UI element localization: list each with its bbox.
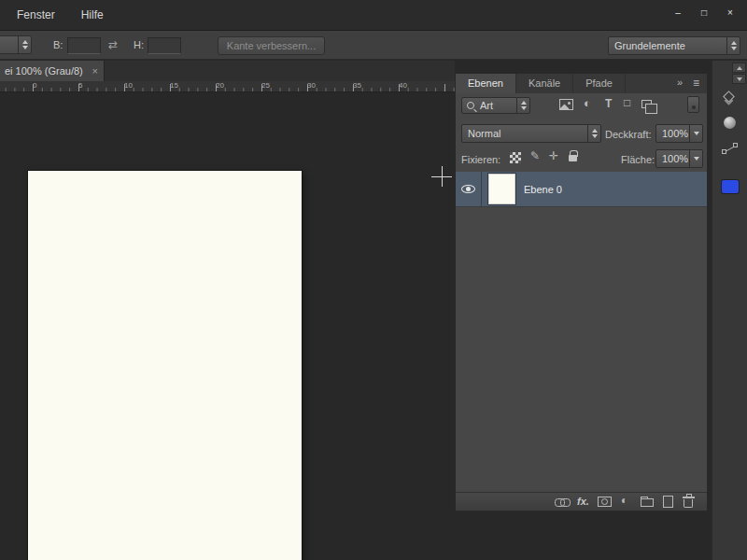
filter-adjustment-icon[interactable]: ◐	[584, 96, 591, 110]
select-arrows-icon	[587, 125, 600, 142]
tab-ebenen[interactable]: Ebenen	[456, 74, 516, 93]
width-field[interactable]	[67, 37, 101, 54]
select-arrows-icon	[18, 36, 31, 53]
menubar: Fenster Hilfe – □ ×	[0, 0, 747, 31]
visibility-toggle[interactable]	[456, 172, 482, 206]
maximize-button[interactable]: □	[693, 5, 715, 20]
new-group-icon[interactable]	[641, 498, 654, 507]
adjustment-layer-icon[interactable]: ◐	[621, 494, 627, 507]
opacity-select[interactable]: 100%	[655, 124, 703, 143]
select-arrows-icon	[516, 98, 529, 113]
add-mask-icon[interactable]	[598, 497, 612, 507]
ruler-label: 30	[307, 81, 316, 90]
fill-select[interactable]: 100%	[655, 149, 703, 168]
ruler-label: 20	[216, 81, 224, 90]
color-dock-icon[interactable]	[724, 117, 736, 129]
layers-dock-icon[interactable]	[723, 91, 735, 103]
ruler-label: 5	[78, 81, 82, 90]
tab-close-icon[interactable]: ×	[87, 65, 104, 77]
height-field[interactable]	[148, 37, 181, 54]
dropdown-arrow-icon	[689, 150, 702, 167]
ruler-label: 40	[399, 81, 407, 90]
document-tab[interactable]: ei 100% (Grau/8) ×	[0, 61, 105, 81]
blue-color-swatch[interactable]	[722, 180, 739, 193]
window-controls: – □ ×	[667, 5, 741, 20]
filter-pixel-layers-icon[interactable]	[559, 99, 573, 110]
blend-mode-select[interactable]: Normal	[461, 124, 601, 143]
dropdown-arrow-icon	[689, 125, 702, 142]
panel-dock	[712, 61, 747, 560]
paths-dock-icon[interactable]	[722, 143, 738, 155]
filter-shape-icon[interactable]: □	[624, 96, 630, 109]
ruler-label: 0	[33, 81, 36, 90]
select-arrows-icon	[726, 37, 740, 54]
swap-dimensions-icon[interactable]: ⇄	[108, 38, 118, 51]
lock-all-icon[interactable]	[569, 155, 577, 161]
workspace-select[interactable]: Grundelemente	[608, 36, 740, 55]
toolbar-partial-select[interactable]	[0, 35, 32, 54]
filter-smart-object-icon[interactable]	[641, 100, 652, 108]
fill-label: Fläche:	[621, 154, 655, 165]
menu-hilfe[interactable]: Hilfe	[81, 8, 104, 21]
lock-label: Fixieren:	[461, 154, 500, 165]
link-layers-icon[interactable]	[555, 498, 570, 506]
search-icon	[467, 102, 474, 109]
horizontal-ruler: 0 5 10 15 20 25 30 35 40	[0, 81, 455, 92]
crosshair-cursor	[442, 166, 443, 187]
eye-icon	[461, 185, 475, 193]
opacity-label: Deckkraft:	[605, 129, 652, 140]
minimize-button[interactable]: –	[667, 5, 689, 20]
scroll-down-button[interactable]	[732, 74, 746, 84]
panel-menu-icon[interactable]: ≡	[693, 77, 699, 90]
layers-panel: Ebenen Kanäle Pfade » ≡ Art ◐ T □ Normal…	[455, 73, 708, 511]
ruler-label: 10	[124, 81, 133, 90]
layer-style-fx-icon[interactable]: fx.	[577, 496, 589, 507]
blend-mode-value: Normal	[462, 128, 587, 139]
layers-panel-bottom-bar: fx. ◐	[456, 492, 707, 511]
ruler-label: 35	[353, 81, 361, 90]
refine-edge-button[interactable]: Kante verbessern...	[218, 36, 325, 55]
layer-thumbnail[interactable]	[489, 175, 514, 203]
tab-pfade[interactable]: Pfade	[573, 74, 626, 93]
filter-kind-select[interactable]: Art	[461, 97, 530, 114]
delete-layer-icon[interactable]	[684, 499, 693, 508]
lock-transparency-icon[interactable]	[510, 152, 521, 163]
scroll-up-button[interactable]	[732, 63, 746, 73]
layer-name: Ebene 0	[524, 184, 562, 195]
ruler-label: 25	[261, 81, 270, 90]
height-label: H:	[134, 39, 144, 50]
workspace-value: Grundelemente	[609, 40, 726, 51]
lock-position-move-icon[interactable]: ✛	[549, 149, 558, 162]
panel-tabs: Ebenen Kanäle Pfade » ≡	[456, 74, 707, 93]
menu-fenster[interactable]: Fenster	[17, 8, 55, 21]
opacity-value: 100%	[656, 128, 689, 139]
tab-kanaele[interactable]: Kanäle	[516, 74, 573, 93]
filter-type-icon[interactable]: T	[605, 97, 612, 110]
layer-row[interactable]: Ebene 0	[456, 172, 707, 207]
document-tab-title: ei 100% (Grau/8)	[0, 65, 83, 77]
new-layer-icon[interactable]	[663, 496, 673, 508]
menu-items: Fenster Hilfe	[0, 8, 104, 21]
lock-pixels-brush-icon[interactable]: ✎	[530, 149, 540, 162]
fill-value: 100%	[656, 153, 689, 164]
ruler-label: 15	[170, 81, 178, 90]
filter-kind-value: Art	[474, 100, 516, 111]
options-bar: B: ⇄ H: Kante verbessern... Grundelement…	[0, 31, 747, 60]
close-button[interactable]: ×	[719, 5, 741, 20]
filter-toggle-switch[interactable]	[687, 96, 699, 113]
collapse-panel-icon[interactable]: »	[677, 77, 683, 88]
document-canvas[interactable]	[28, 171, 302, 560]
width-label: B:	[53, 39, 63, 50]
